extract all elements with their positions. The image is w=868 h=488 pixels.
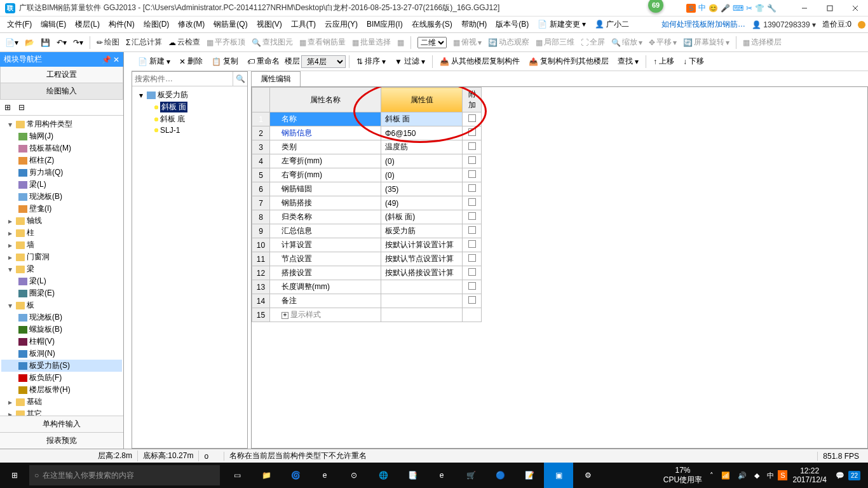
property-row[interactable]: 2钢筋信息Φ6@150 [252, 126, 482, 140]
filter-button[interactable]: ▼ 过滤 ▾ [391, 54, 429, 69]
redo-button[interactable]: ↷▾ [71, 36, 86, 49]
action-center-icon[interactable]: 💬22 [832, 471, 868, 480]
flat-top-button[interactable]: ▦ 平齐板顶 [204, 35, 248, 50]
nav-tree-node[interactable]: 剪力墙(Q) [1, 166, 122, 179]
task-view-icon[interactable]: ▭ [222, 463, 252, 488]
nav-tree-node[interactable]: ▸基础 [1, 396, 122, 408]
menu-item[interactable]: 编辑(E) [36, 18, 71, 30]
taskbar-app-8[interactable]: 📝 [515, 463, 544, 488]
taskbar-app-1[interactable]: 📁 [252, 463, 281, 488]
property-row[interactable]: 7钢筋搭接(49) [252, 196, 482, 210]
open-button[interactable]: 📂 [22, 36, 37, 49]
find-element-button[interactable]: 🔍 查找图元 [249, 35, 295, 50]
nav-report-preview[interactable]: 报表预览 [0, 432, 123, 449]
pin-icon[interactable]: 📌 ✕ [102, 55, 119, 64]
nav-tree-node[interactable]: ▾板 [1, 299, 122, 311]
property-row[interactable]: 3类别温度筋 [252, 140, 482, 154]
save-button[interactable]: 💾 [38, 36, 53, 49]
component-item[interactable]: SLJ-1 [135, 125, 245, 135]
nav-tree-node[interactable]: 梁(L) [1, 275, 122, 287]
close-button[interactable] [843, 0, 868, 17]
component-item[interactable]: 斜板 底 [135, 113, 245, 125]
menu-item[interactable]: 版本号(B) [491, 18, 533, 30]
fullscreen-button[interactable]: ⛶ 全屏 [578, 35, 607, 50]
tab-property-edit[interactable]: 属性编辑 [251, 71, 301, 86]
tray-chevron-icon[interactable]: ˄ [706, 471, 717, 480]
nav-tree-node[interactable]: 筏板基础(M) [1, 142, 122, 154]
dynamic-view-button[interactable]: 🔄 动态观察 [485, 35, 532, 50]
nav-tree-node[interactable]: ▾常用构件类型 [1, 118, 122, 130]
new-file-button[interactable]: 📄▾ [3, 36, 21, 49]
sum-calc-button[interactable]: Σ 汇总计算 [123, 35, 165, 50]
nav-engineering-settings[interactable]: 工程设置 [0, 67, 123, 83]
taskbar-app-9[interactable]: ▣ [544, 463, 573, 488]
nav-tree-node[interactable]: ▸门窗洞 [1, 251, 122, 263]
menu-item[interactable]: 构件(N) [104, 18, 139, 30]
draw-button[interactable]: ✏ 绘图 [94, 35, 122, 50]
nav-tree-node[interactable]: 现浇板(B) [1, 191, 122, 203]
start-button[interactable]: ⊞ [0, 463, 29, 488]
search-input[interactable] [132, 72, 233, 86]
batch-select-button[interactable]: ▦ 批量选择 [349, 35, 393, 50]
nav-tree-node[interactable]: 板负筋(F) [1, 372, 122, 384]
extra-button[interactable]: ▦ [395, 36, 407, 49]
menu-item[interactable]: 楼层(L) [71, 18, 104, 30]
menu-item[interactable]: 视图(V) [252, 18, 287, 30]
mic-icon[interactable]: 🎤 [721, 4, 730, 13]
rename-button[interactable]: 🏷 重命名 [243, 54, 283, 69]
nav-tree-node[interactable]: ▸柱 [1, 227, 122, 239]
copy-to-floor-button[interactable]: 📤 复制构件到其他楼层 [525, 54, 613, 69]
notification-badge[interactable]: 69 [648, 0, 663, 13]
nav-tree-node[interactable]: ▸墙 [1, 239, 122, 251]
property-row[interactable]: 4左弯折(mm)(0) [252, 154, 482, 168]
property-row[interactable]: 6钢筋锚固(35) [252, 182, 482, 196]
property-row[interactable]: 5右弯折(mm)(0) [252, 168, 482, 182]
taskbar-app-3[interactable]: ⊙ [339, 463, 369, 488]
copy-button[interactable]: 📋 复制 [208, 54, 242, 69]
search-icon[interactable]: 🔍 [233, 72, 247, 86]
component-item[interactable]: 斜板 面 [135, 101, 245, 113]
taskbar-edge-icon[interactable]: e [310, 463, 339, 488]
nav-tree-node[interactable]: ▸其它 [1, 408, 122, 416]
tray-network-icon[interactable]: 📶 [717, 471, 734, 480]
floor-select[interactable]: 第4层 [301, 55, 346, 68]
local-3d-button[interactable]: ▦ 局部三维 [533, 35, 577, 50]
nav-draw-input[interactable]: 绘图输入 [0, 83, 123, 100]
wrench-icon[interactable]: 🔧 [767, 4, 776, 13]
nav-tree-node[interactable]: 圈梁(E) [1, 287, 122, 299]
taskbar-app-2[interactable]: 🌀 [281, 463, 310, 488]
help-link[interactable]: 如何处理筏板附加钢筋… [661, 19, 745, 30]
menu-item[interactable]: 绘图(D) [139, 18, 174, 30]
find-button[interactable]: 查找 ▾ [614, 54, 642, 69]
nav-tree-node[interactable]: 现浇板(B) [1, 311, 122, 323]
nav-tree-node[interactable]: ▸轴线 [1, 215, 122, 227]
minimize-button[interactable] [792, 0, 817, 17]
component-root[interactable]: ▾板受力筋 [135, 89, 245, 101]
property-row[interactable]: 8归类名称(斜板 面) [252, 210, 482, 224]
delete-button[interactable]: ✕ 删除 [175, 54, 207, 69]
property-row[interactable]: 1名称斜板 面 [252, 112, 482, 126]
property-grid[interactable]: 属性名称 属性值 附加 1名称斜板 面2钢筋信息Φ6@1503类别温度筋4左弯折… [252, 87, 482, 322]
nav-tree-node[interactable]: 螺旋板(B) [1, 323, 122, 336]
cloud-check-button[interactable]: ☁ 云检查 [166, 35, 203, 50]
nav-tree-node[interactable]: 轴网(J) [1, 130, 122, 142]
menu-item[interactable]: 在线服务(S) [407, 18, 457, 30]
taskbar-app-6[interactable]: 🛒 [456, 463, 485, 488]
sort-button[interactable]: ⇅ 排序 ▾ [353, 54, 390, 69]
taskbar-app-10[interactable]: ⚙ [573, 463, 602, 488]
menu-item[interactable]: 钢筋量(Q) [209, 18, 252, 30]
emoji-icon[interactable]: 😊 [709, 4, 718, 13]
nav-tree-node[interactable]: 柱帽(V) [1, 336, 122, 348]
nav-tree-node[interactable]: 壁龛(I) [1, 203, 122, 215]
move-down-button[interactable]: ↓ 下移 [679, 54, 708, 69]
tray-sogou-icon[interactable]: S [778, 470, 787, 480]
tray-dropbox-icon[interactable]: ◆ [750, 471, 763, 480]
property-row[interactable]: 15+ 显示样式 [252, 308, 482, 322]
menu-item[interactable]: 文件(F) [3, 18, 36, 30]
keyboard-icon[interactable]: ⌨ [733, 4, 743, 13]
nav-tree[interactable]: ▾常用构件类型轴网(J)筏板基础(M)框柱(Z)剪力墙(Q)梁(L)现浇板(B)… [0, 116, 123, 416]
move-up-button[interactable]: ↑ 上移 [649, 54, 678, 69]
menu-item[interactable]: 工具(T) [287, 18, 320, 30]
top-view-button[interactable]: ▦ 俯视 ▾ [451, 35, 484, 50]
component-tree[interactable]: ▾板受力筋 斜板 面 斜板 底 SLJ-1 [132, 86, 247, 448]
